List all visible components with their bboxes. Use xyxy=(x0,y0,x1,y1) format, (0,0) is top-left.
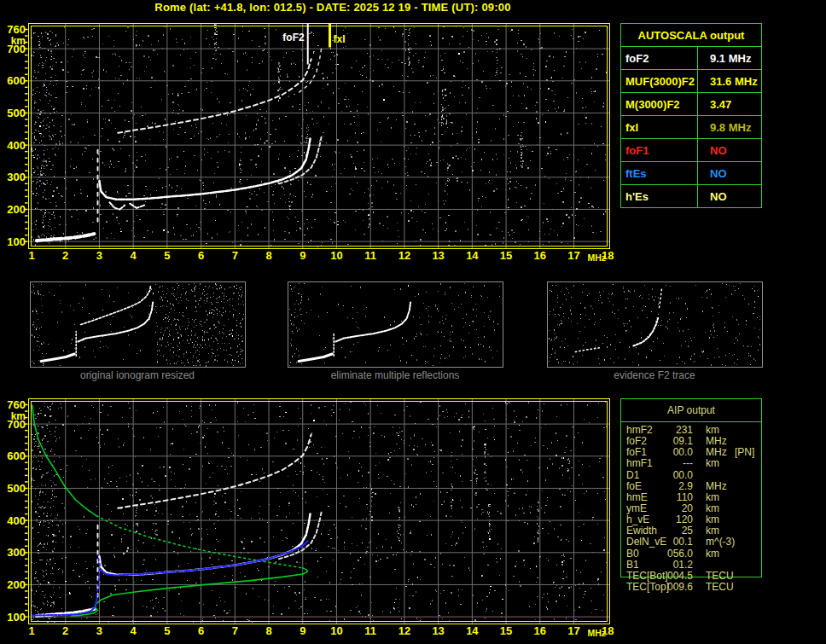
svg-text:1: 1 xyxy=(28,249,34,262)
processing-panel-original_resized xyxy=(31,282,246,368)
plot-border xyxy=(25,24,610,249)
svg-text:9: 9 xyxy=(300,249,305,262)
param-value: NO xyxy=(698,185,762,208)
svg-text:km: km xyxy=(11,35,26,47)
autoscala-table: AUTOSCALA output foF29.1 MHzMUF(3000)F23… xyxy=(620,23,762,208)
svg-text:6: 6 xyxy=(198,249,204,262)
param-value: NO xyxy=(698,139,762,162)
autoscala-row: ftEsNO xyxy=(621,162,762,185)
svg-text:400: 400 xyxy=(7,514,26,527)
svg-text:10: 10 xyxy=(330,249,342,262)
svg-text:100: 100 xyxy=(7,235,26,248)
param-unit: km xyxy=(706,548,719,560)
panel-caption-multiples: eliminate multiple reflections xyxy=(288,369,503,381)
svg-text:MHz: MHz xyxy=(588,252,607,263)
svg-text:7: 7 xyxy=(232,249,238,262)
top-ionogram-plot: 760700600500400300200100km12345678910111… xyxy=(7,23,614,263)
aip-row: DelN_vE00.1m^(-3) xyxy=(620,537,762,548)
autoscala-header-row: AUTOSCALA output xyxy=(621,24,762,47)
trace-profile-topside-dotted xyxy=(96,516,302,568)
svg-text:3: 3 xyxy=(96,624,102,637)
param-unit: km xyxy=(706,458,719,469)
param-unit: m^(-3) xyxy=(706,537,735,548)
svg-text:15: 15 xyxy=(500,249,512,262)
param-label: MUF(3000)F2 xyxy=(621,70,698,93)
param-unit: MHz xyxy=(706,481,727,492)
processing-panel-multiples_removed xyxy=(288,282,503,368)
svg-text:8: 8 xyxy=(265,624,271,637)
svg-text:15: 15 xyxy=(500,624,512,637)
autoscala-header: AUTOSCALA output xyxy=(621,24,762,47)
bottom-ionogram-plot: 760700600500400300200100km12345678910111… xyxy=(7,398,614,638)
aip-row: B101.2 xyxy=(620,560,762,571)
svg-text:16: 16 xyxy=(534,249,546,262)
svg-text:km: km xyxy=(11,410,26,422)
trace-hook-1 xyxy=(109,202,125,209)
svg-text:5: 5 xyxy=(164,624,170,637)
svg-text:5: 5 xyxy=(164,249,170,262)
trace-F-trace-xmode xyxy=(279,513,322,560)
svg-text:14: 14 xyxy=(466,249,479,262)
panel-caption-f2trace: evidence F2 trace xyxy=(547,369,762,381)
trace-F-trace xyxy=(99,139,310,200)
autoscala-row: foF29.1 MHz xyxy=(621,47,762,70)
svg-text:12: 12 xyxy=(398,624,410,637)
trace-F-trace-xmode xyxy=(279,137,322,184)
svg-text:11: 11 xyxy=(364,249,376,262)
param-unit: TECU xyxy=(706,571,734,582)
param-value: 004.5 xyxy=(654,571,693,582)
param-unit: TECU xyxy=(706,582,734,593)
processing-panel-f2_evidence xyxy=(548,282,763,368)
foF2-marker-label: foF2 xyxy=(282,32,305,44)
svg-text:1: 1 xyxy=(28,624,34,637)
svg-text:6: 6 xyxy=(198,624,204,637)
autoscala-row: h'EsNO xyxy=(621,185,762,208)
svg-text:600: 600 xyxy=(7,450,26,462)
svg-text:200: 200 xyxy=(7,578,26,591)
trace-profile-topside xyxy=(32,405,97,516)
svg-text:4: 4 xyxy=(131,249,137,262)
param-value: 056.0 xyxy=(654,548,693,560)
svg-text:400: 400 xyxy=(7,139,26,152)
param-value: --- xyxy=(654,458,693,469)
svg-text:16: 16 xyxy=(534,624,546,637)
svg-text:600: 600 xyxy=(7,74,26,87)
param-value: 9.8 MHz xyxy=(698,116,762,139)
param-value: 31.6 MHz xyxy=(698,70,762,93)
svg-text:4: 4 xyxy=(131,624,137,637)
param-extra: [PN] xyxy=(735,447,754,458)
param-label: hmF1 xyxy=(626,458,653,469)
grid xyxy=(29,24,610,249)
svg-text:MHz: MHz xyxy=(588,628,607,638)
svg-text:2: 2 xyxy=(62,624,68,637)
param-label: D1 xyxy=(626,470,639,481)
param-value: 3.47 xyxy=(698,93,762,116)
param-label: ftEs xyxy=(621,162,698,185)
svg-text:300: 300 xyxy=(7,546,26,559)
aip-row: hmE110km xyxy=(620,492,762,503)
trace-second-hop xyxy=(118,59,311,133)
trace-profile-bottomside xyxy=(71,568,308,616)
aip-row: D100.0 xyxy=(620,470,762,481)
svg-text:17: 17 xyxy=(567,624,579,637)
aip-row: foE2.9MHz xyxy=(620,481,762,492)
autoscala-row: MUF(3000)F231.6 MHz xyxy=(621,70,762,93)
aip-row: B0056.0km xyxy=(620,548,762,560)
scaled-frequency-markers: foF2fxI xyxy=(282,24,345,65)
param-label: fxI xyxy=(621,116,698,139)
svg-text:100: 100 xyxy=(7,611,26,624)
param-label: M(3000)F2 xyxy=(621,93,698,116)
aip-row: TEC[Top]009.6TECU xyxy=(620,582,762,593)
fxI-marker-label: fxI xyxy=(334,33,346,45)
param-value: 2.9 xyxy=(654,481,693,492)
panel-caption-original: original ionogram resized xyxy=(30,369,245,381)
svg-text:3: 3 xyxy=(96,249,102,262)
aip-header: AIP output xyxy=(621,399,761,422)
param-value: NO xyxy=(698,162,762,185)
svg-text:13: 13 xyxy=(432,624,444,637)
svg-text:11: 11 xyxy=(364,624,376,637)
svg-text:7: 7 xyxy=(232,624,238,637)
autoscala-row: fxI9.8 MHz xyxy=(621,116,762,139)
param-label: foF1 xyxy=(621,139,698,162)
trace-hook-2 xyxy=(130,204,145,208)
